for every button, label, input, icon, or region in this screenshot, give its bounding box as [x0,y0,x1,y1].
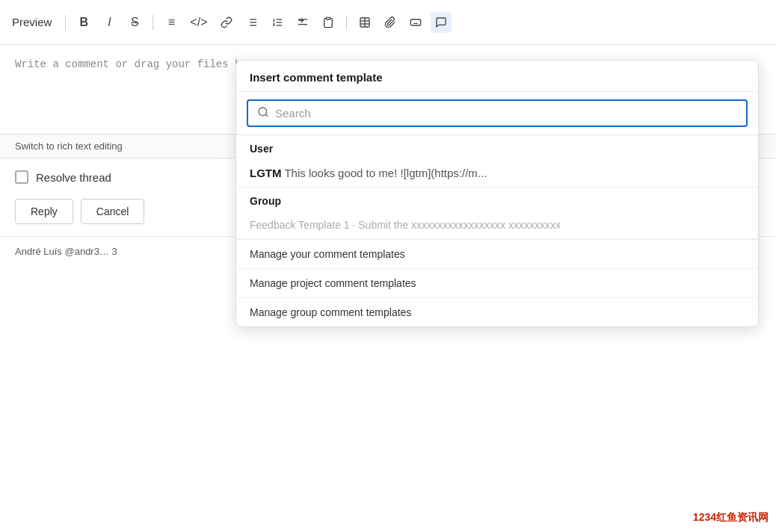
main-area: Preview B I S ≡ </> [0,0,776,532]
attach-button[interactable] [380,12,401,33]
dropdown-footer: Manage your comment templates Manage pro… [236,239,758,327]
reference-button[interactable] [318,12,339,33]
resolve-checkbox[interactable] [15,170,28,184]
svg-rect-12 [326,17,330,19]
watermark: 1234红鱼资讯网 [693,511,769,525]
italic-button[interactable]: I [99,12,120,33]
search-input[interactable] [275,107,737,120]
code-button[interactable]: </> [186,12,211,33]
manage-project-templates[interactable]: Manage project comment templates [236,269,758,298]
lgtm-rest: This looks good to me! ![lgtm](https://m… [282,167,487,179]
link-button[interactable] [216,12,237,33]
kbd-button[interactable] [405,12,426,33]
reply-button[interactable]: Reply [15,199,73,224]
svg-line-19 [265,114,268,117]
manage-group-templates[interactable]: Manage group comment templates [236,298,758,327]
comment-template-button[interactable] [431,12,452,33]
resolve-label: Resolve thread [36,171,111,184]
indent-button[interactable] [292,12,313,33]
bold-button[interactable]: B [73,12,94,33]
toolbar: Preview B I S ≡ </> [0,0,776,45]
lgtm-bold: LGTM [250,167,282,179]
strikethrough-button[interactable]: S [124,12,145,33]
toolbar-divider-2 [153,15,153,30]
editor-placeholder: Write a comment or drag your files here… [15,58,266,70]
ordered-list-button[interactable] [267,12,288,33]
manage-user-templates[interactable]: Manage your comment templates [236,240,758,269]
dropdown-title: Insert comment template [236,61,758,92]
unordered-list-button[interactable] [241,12,262,33]
lgtm-template-item[interactable]: LGTM This looks good to me! ![lgtm](http… [236,159,758,188]
user-section-label: User [236,135,758,159]
search-box [247,99,748,127]
preview-tab[interactable]: Preview [12,16,52,28]
comment-template-dropdown: Insert comment template User LGTM This l… [235,60,759,327]
group-section-label: Group [236,188,758,211]
svg-point-18 [259,108,267,116]
toolbar-divider-3 [346,15,347,30]
search-container [236,92,758,135]
svg-rect-17 [410,19,420,25]
table-button[interactable] [354,12,375,33]
blockquote-button[interactable]: ≡ [161,12,182,33]
search-icon [257,106,269,120]
cancel-button[interactable]: Cancel [81,199,145,224]
toolbar-divider-1 [65,15,66,30]
group-template-item-faded[interactable]: Feedback Template 1 · Submit the xxxxxxx… [236,211,758,239]
